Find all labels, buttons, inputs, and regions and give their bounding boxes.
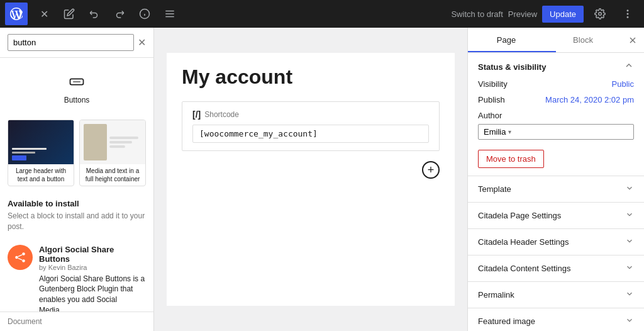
- wordpress-icon: [10, 8, 23, 20]
- plugin-name: Algori Social Share Buttons: [39, 245, 146, 264]
- close-button[interactable]: ✕: [33, 3, 55, 25]
- svg-point-14: [22, 259, 25, 262]
- tab-page[interactable]: Page: [468, 28, 545, 52]
- more-options-button[interactable]: [616, 3, 639, 25]
- status-visibility-content: Visibility Public Publish March 24, 2020…: [478, 73, 634, 168]
- publish-row: Publish March 24, 2020 2:02 pm: [478, 95, 634, 104]
- status-visibility-section: Status & visibility Visibility Public Pu…: [468, 53, 644, 176]
- citadela-content-label: Citadela Content Settings: [478, 264, 570, 273]
- page-title[interactable]: My account: [167, 53, 455, 96]
- undo-button[interactable]: [83, 3, 106, 25]
- pattern-card-2[interactable]: Media and text in a full height containe…: [79, 120, 146, 186]
- clear-search-button[interactable]: ✕: [138, 38, 146, 48]
- citadela-content-chevron-icon: [625, 263, 634, 274]
- visibility-value[interactable]: Public: [612, 79, 634, 89]
- status-visibility-header[interactable]: Status & visibility: [478, 60, 634, 73]
- permalink-label: Permalink: [478, 290, 514, 300]
- citadela-content-section[interactable]: Citadela Content Settings: [468, 255, 644, 282]
- collapsible-sections: Template Citadela Page Settings Citadela…: [468, 176, 644, 331]
- settings-button[interactable]: [589, 3, 611, 25]
- permalink-chevron-icon: [625, 289, 634, 300]
- author-chevron-icon: ▾: [508, 128, 511, 135]
- switch-draft-button[interactable]: Switch to draft: [451, 9, 502, 19]
- right-panel: Page Block Status & visibility: [467, 28, 644, 331]
- panel-content: Status & visibility Visibility Public Pu…: [468, 53, 644, 331]
- status-visibility-toggle: [624, 60, 634, 73]
- visibility-label: Visibility: [478, 79, 508, 89]
- shortcode-label: Shortcode: [204, 110, 239, 119]
- author-value: Emilia: [484, 127, 506, 137]
- plugin-card[interactable]: Algori Social Share Buttons by Kevin Baz…: [8, 240, 146, 311]
- featured-image-chevron-icon: [625, 316, 634, 327]
- update-button[interactable]: Update: [542, 6, 584, 23]
- add-block-area: +: [182, 161, 440, 179]
- template-chevron-icon: [625, 184, 634, 194]
- pattern-card-1[interactable]: Large header with text and a button: [8, 120, 74, 186]
- citadela-header-section[interactable]: Citadela Header Settings: [468, 229, 644, 255]
- svg-line-16: [18, 258, 22, 260]
- add-block-button[interactable]: +: [422, 161, 440, 179]
- editor-area: My account [/] Shortcode +: [154, 28, 467, 331]
- template-label: Template: [478, 184, 511, 194]
- buttons-block-label: Buttons: [64, 96, 90, 104]
- publish-label: Publish: [478, 95, 505, 104]
- publish-date[interactable]: March 24, 2020 2:02 pm: [545, 95, 634, 104]
- editor-canvas: My account [/] Shortcode +: [167, 53, 455, 306]
- inserter-content: Buttons Large header with text and a but…: [0, 58, 153, 311]
- available-section: Available to install Select a block to i…: [0, 191, 153, 311]
- svg-point-13: [22, 252, 25, 255]
- tab-block[interactable]: Block: [545, 28, 621, 52]
- tab-indicator: [468, 51, 556, 52]
- shortcode-block: [/] Shortcode: [182, 101, 440, 151]
- toolbar: ✕ Switch to draft Preview Update: [0, 0, 644, 28]
- shortcode-header: [/] Shortcode: [192, 109, 429, 120]
- shortcode-input[interactable]: [192, 125, 429, 143]
- block-item-buttons[interactable]: Buttons: [5, 63, 148, 112]
- list-view-button[interactable]: [158, 3, 181, 25]
- info-button[interactable]: [133, 3, 156, 25]
- toolbar-left: ✕: [5, 3, 181, 25]
- pattern-label-1: Large header with text and a button: [8, 164, 74, 186]
- shortcode-bracket: [/]: [192, 109, 201, 120]
- featured-image-label: Featured image: [478, 317, 535, 326]
- plugin-info: Algori Social Share Buttons by Kevin Baz…: [39, 245, 146, 311]
- featured-image-section[interactable]: Featured image: [468, 308, 644, 331]
- available-desc: Select a block to install and add it to …: [8, 211, 146, 232]
- redo-button[interactable]: [108, 3, 131, 25]
- author-label: Author: [478, 111, 634, 120]
- author-row: Author Emilia ▾: [478, 111, 634, 140]
- plugin-icon: [8, 245, 33, 270]
- panel-close-button[interactable]: [621, 28, 644, 52]
- svg-point-12: [15, 255, 18, 259]
- citadela-header-chevron-icon: [625, 237, 634, 247]
- search-box: ✕: [0, 28, 153, 58]
- template-section[interactable]: Template: [468, 176, 644, 203]
- toolbar-right: Switch to draft Preview Update: [451, 3, 639, 25]
- preview-button[interactable]: Preview: [508, 9, 537, 19]
- inserter-footer: Document: [0, 311, 153, 331]
- pattern-preview-light: [80, 120, 145, 164]
- available-title: Available to install: [8, 199, 146, 208]
- search-input[interactable]: [8, 34, 134, 51]
- plugin-author: by Kevin Bazira: [39, 264, 146, 271]
- svg-point-8: [627, 13, 628, 14]
- svg-point-6: [599, 13, 602, 16]
- pattern-preview-dark: [8, 120, 74, 164]
- main-layout: ✕ Buttons: [0, 28, 644, 331]
- edit-button[interactable]: [58, 3, 80, 25]
- permalink-section[interactable]: Permalink: [468, 282, 644, 308]
- move-to-trash-button[interactable]: Move to trash: [478, 150, 544, 168]
- panel-tabs: Page Block: [468, 28, 644, 53]
- author-select[interactable]: Emilia ▾: [478, 124, 634, 140]
- citadela-page-label: Citadela Page Settings: [478, 211, 561, 220]
- pattern-label-2: Media and text in a full height containe…: [80, 164, 145, 186]
- buttons-block-icon: [65, 70, 88, 93]
- block-inserter: ✕ Buttons: [0, 28, 154, 331]
- pattern-grid: Large header with text and a button Medi…: [0, 115, 153, 191]
- citadela-page-section[interactable]: Citadela Page Settings: [468, 203, 644, 229]
- status-visibility-title: Status & visibility: [478, 62, 546, 72]
- svg-point-7: [627, 10, 628, 11]
- plugin-description: Algori Social Share Buttons is a Gutenbe…: [39, 274, 146, 311]
- wp-logo[interactable]: [5, 3, 28, 25]
- citadela-header-label: Citadela Header Settings: [478, 237, 569, 247]
